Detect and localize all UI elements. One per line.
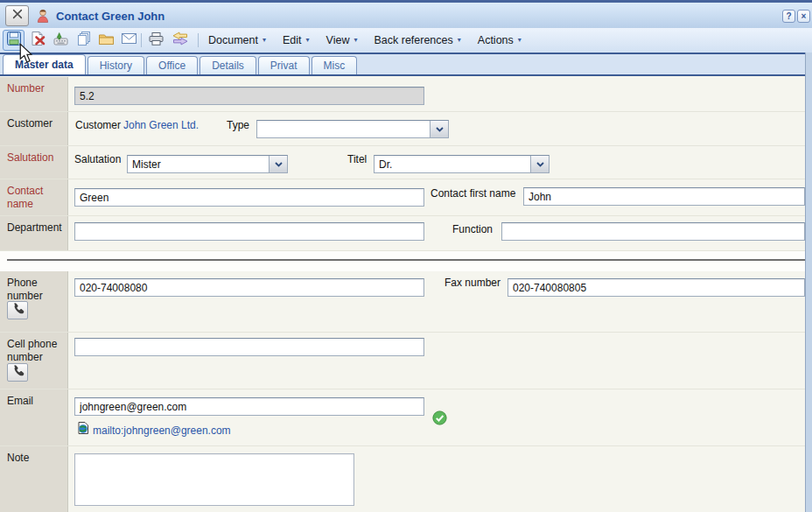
- help-button[interactable]: ?: [782, 10, 795, 23]
- titel-combobox[interactable]: Dr.: [374, 155, 550, 173]
- chevron-down-icon: ▾: [262, 37, 266, 44]
- contact-person-icon: [35, 8, 51, 24]
- customer-company-link[interactable]: John Green Ltd.: [123, 119, 199, 131]
- page-title: Contact Green John: [56, 10, 164, 23]
- new-entry-button[interactable]: [50, 30, 72, 51]
- menu-actions[interactable]: Actions ▾: [478, 34, 522, 46]
- customer-row: Customer Customer John Green Ltd. Type: [0, 112, 812, 146]
- contact-first-name-input[interactable]: [523, 187, 805, 206]
- save-button[interactable]: [3, 30, 24, 51]
- chevron-down-icon: [269, 156, 287, 172]
- delete-record-icon: [30, 31, 46, 50]
- window-right-border: [805, 53, 812, 512]
- function-label: Function: [452, 223, 493, 235]
- number-input: [74, 87, 424, 105]
- close-x-icon: [11, 8, 24, 24]
- keyboard-new-icon: [52, 32, 69, 50]
- mailto-globe-icon: [77, 421, 90, 438]
- mail-icon: [121, 32, 137, 48]
- chevron-down-icon: [430, 121, 448, 137]
- function-input[interactable]: [501, 222, 805, 241]
- salutation-inline-label: Salutation: [74, 153, 121, 165]
- contact-window: Contact Green John ? ×: [0, 0, 812, 512]
- fax-number-input[interactable]: [508, 278, 805, 297]
- salutation-combobox[interactable]: Mister: [127, 155, 288, 173]
- print-button[interactable]: [145, 30, 167, 51]
- phone-number-input[interactable]: [74, 278, 424, 297]
- note-label: Note: [0, 446, 68, 512]
- email-label: Email: [0, 389, 68, 445]
- tab-strip: Master data History Office Details Priva…: [0, 53, 812, 76]
- save-icon: [6, 31, 22, 50]
- salutation-label: Salutation: [0, 146, 68, 179]
- tab-details[interactable]: Details: [200, 56, 256, 74]
- transfer-button[interactable]: [169, 30, 191, 51]
- title-bar: Contact Green John ? ×: [0, 0, 812, 28]
- number-label: Number: [0, 77, 68, 111]
- customer-inline-label: Customer: [75, 119, 121, 131]
- note-row: Note: [0, 446, 812, 512]
- print-icon: [148, 32, 164, 50]
- menu-view[interactable]: View ▾: [326, 34, 358, 46]
- cell-phone-row: Cell phone number: [0, 333, 812, 389]
- tab-misc[interactable]: Misc: [312, 56, 358, 74]
- window-close-button[interactable]: [5, 5, 29, 26]
- mail-button[interactable]: [118, 30, 140, 51]
- menu-document[interactable]: Document ▾: [208, 34, 266, 46]
- section-divider: [7, 259, 805, 261]
- mailto-link[interactable]: mailto:johngreen@green.com: [93, 424, 231, 437]
- menu-bar: Document ▾ Edit ▾ View ▾ Back references…: [208, 28, 522, 53]
- cell-phone-input[interactable]: [74, 338, 424, 356]
- type-combobox[interactable]: [256, 120, 449, 138]
- email-input[interactable]: [74, 397, 424, 416]
- delete-button[interactable]: [27, 30, 49, 51]
- chevron-down-icon: ▾: [458, 37, 461, 44]
- department-input[interactable]: [74, 222, 424, 241]
- copy-icon: [76, 31, 92, 50]
- toolbar-separator: [141, 33, 142, 47]
- toolbar-separator: [198, 33, 199, 47]
- titel-label: Titel: [347, 153, 367, 165]
- contact-first-name-label: Contact first name: [430, 187, 515, 200]
- folder-button[interactable]: [95, 30, 117, 51]
- fax-number-label: Fax number: [444, 277, 500, 289]
- contact-name-input[interactable]: [74, 188, 424, 207]
- valid-check-icon: [432, 410, 447, 429]
- folder-icon: [98, 32, 115, 49]
- menu-edit[interactable]: Edit ▾: [283, 34, 310, 46]
- phone-row: Phone number Fax number: [0, 271, 812, 333]
- number-row: Number: [0, 77, 812, 112]
- copy-button[interactable]: [73, 30, 94, 51]
- chevron-down-icon: ▾: [518, 37, 522, 44]
- customer-label: Customer: [0, 112, 68, 145]
- contact-name-label: Contact name: [0, 179, 68, 215]
- chevron-down-icon: ▾: [354, 37, 357, 44]
- email-row: Email mailto:johngreen@green.com: [0, 389, 812, 446]
- phone-handset-icon: [11, 302, 24, 319]
- tab-history[interactable]: History: [88, 56, 144, 74]
- close-button[interactable]: ×: [797, 10, 810, 23]
- type-label: Type: [227, 119, 249, 131]
- section-divider-band: [0, 251, 812, 271]
- contact-name-row: Contact name Contact first name: [0, 179, 812, 216]
- dial-cell-phone-button[interactable]: [7, 363, 28, 382]
- phone-handset-icon: [11, 364, 24, 381]
- transfer-arrows-icon: [172, 32, 189, 49]
- department-label: Department: [0, 216, 68, 250]
- chevron-down-icon: [530, 156, 549, 172]
- tab-office[interactable]: Office: [146, 56, 198, 74]
- tab-master-data[interactable]: Master data: [3, 54, 86, 74]
- department-row: Department Function: [0, 216, 812, 251]
- master-data-form: Number Customer Customer John Green Ltd.…: [0, 76, 812, 512]
- note-textarea[interactable]: [74, 453, 354, 506]
- chevron-down-icon: ▾: [306, 37, 310, 44]
- dial-phone-button[interactable]: [7, 301, 28, 319]
- tab-privat[interactable]: Privat: [258, 56, 310, 74]
- toolbar: Document ▾ Edit ▾ View ▾ Back references…: [0, 28, 812, 53]
- menu-back-references[interactable]: Back references ▾: [374, 34, 460, 46]
- salutation-row: Salutation Salutation Mister Titel Dr.: [0, 146, 812, 179]
